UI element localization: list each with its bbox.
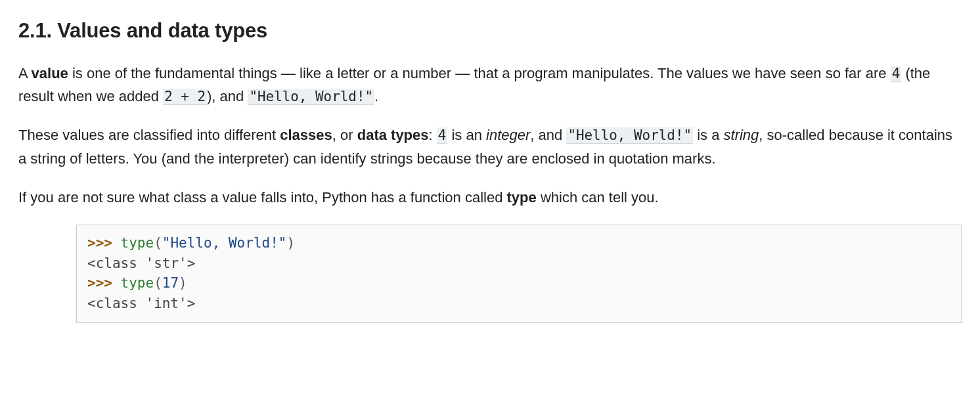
paren-open: ( <box>154 235 162 251</box>
text: A <box>18 65 32 81</box>
term-data-types: data types <box>357 127 429 143</box>
paragraph-1: A value is one of the fundamental things… <box>18 62 962 108</box>
term-classes: classes <box>280 127 332 143</box>
code-block-pre: >>> type("Hello, World!") <class 'str'> … <box>76 225 962 323</box>
inline-code: 4 <box>437 127 448 144</box>
repl-prompt: >>> <box>87 235 121 251</box>
term-type: type <box>507 189 537 206</box>
text: which can tell you. <box>537 189 659 206</box>
code-block: >>> type("Hello, World!") <class 'str'> … <box>76 225 962 323</box>
paragraph-3: If you are not sure what class a value f… <box>18 186 962 209</box>
inline-code: "Hello, World!" <box>566 127 693 144</box>
text: is an <box>447 127 486 143</box>
text: If you are not sure what class a value f… <box>18 189 507 206</box>
repl-prompt: >>> <box>87 275 121 291</box>
paren-close: ) <box>286 235 295 251</box>
func-name: type <box>121 275 154 291</box>
repl-output: <class 'int'> <box>87 296 195 311</box>
inline-code: 2 + 2 <box>163 89 207 105</box>
func-name: type <box>121 235 154 251</box>
repl-output: <class 'str'> <box>87 255 195 271</box>
term-string: string <box>724 127 759 143</box>
inline-code: 4 <box>891 66 902 82</box>
text: These values are classified into differe… <box>18 127 280 143</box>
document-page: 2.1. Values and data types A value is on… <box>0 0 980 343</box>
paren-close: ) <box>179 275 187 291</box>
string-literal: "Hello, World!" <box>162 235 287 251</box>
text: . <box>374 88 378 104</box>
text: , and <box>530 127 566 143</box>
term-value: value <box>32 65 68 81</box>
paren-open: ( <box>154 275 162 291</box>
text: , or <box>332 127 357 143</box>
text: is one of the fundamental things — like … <box>68 65 891 81</box>
paragraph-2: These values are classified into differe… <box>18 123 962 170</box>
term-integer: integer <box>486 127 530 143</box>
text: is a <box>693 127 723 143</box>
inline-code: "Hello, World!" <box>248 89 374 105</box>
number-literal: 17 <box>162 275 179 291</box>
section-heading: 2.1. Values and data types <box>18 14 962 47</box>
text: ), and <box>207 88 248 104</box>
text: : <box>429 127 437 143</box>
